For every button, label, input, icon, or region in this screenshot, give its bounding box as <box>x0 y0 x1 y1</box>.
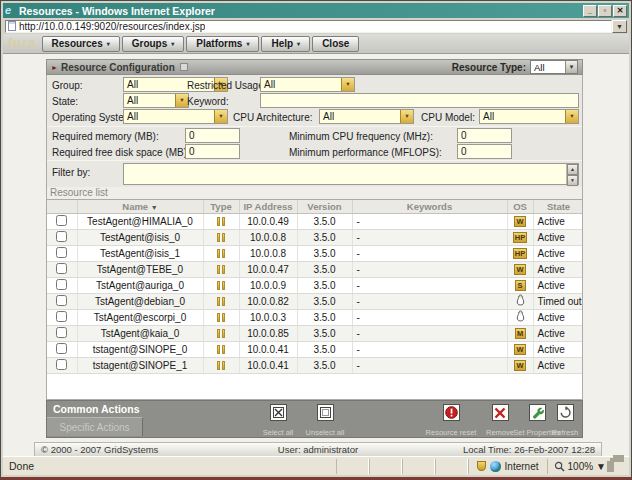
address-input[interactable]: http://10.0.0.149:9020/resources/index.j… <box>5 20 612 33</box>
resource-name: TstAgent@TEBE_0 <box>77 261 203 277</box>
required-memory-input[interactable] <box>185 128 240 143</box>
resource-state: Active <box>533 245 583 261</box>
agent-type-icon <box>216 248 226 259</box>
table-row[interactable]: tstagent@SINOPE_1 10.0.0.41 3.5.0 - W Ac… <box>47 357 583 373</box>
column-keywords[interactable]: Keywords <box>352 200 507 213</box>
state-label: State: <box>52 96 78 107</box>
row-checkbox[interactable] <box>56 295 67 306</box>
column-state[interactable]: State <box>533 200 583 213</box>
operating-system-value: All <box>127 111 138 122</box>
unselect-all-button[interactable]: Unselect all <box>299 404 351 439</box>
row-checkbox[interactable] <box>56 279 67 290</box>
filter-by-textarea[interactable]: ▲ ▼ <box>123 163 579 185</box>
cpu-model-select[interactable]: All ▼ <box>479 109 579 124</box>
scroll-down-icon[interactable]: ▼ <box>567 175 578 186</box>
agent-type-icon <box>216 360 226 371</box>
table-row[interactable]: tstagent@SINOPE_0 10.0.0.41 3.5.0 - W Ac… <box>47 341 583 357</box>
column-version[interactable]: Version <box>297 200 352 213</box>
row-checkbox[interactable] <box>56 327 67 338</box>
row-checkbox[interactable] <box>56 311 67 322</box>
menu-help[interactable]: Help ▾ <box>261 36 310 52</box>
security-zone-panel[interactable]: Internet <box>468 459 547 474</box>
min-cpu-frequency-input[interactable] <box>457 128 512 143</box>
min-performance-input[interactable] <box>457 144 512 159</box>
menu-resources[interactable]: Resources ▾ <box>42 36 120 52</box>
table-row[interactable]: TestAgent@isis_1 10.0.0.8 3.5.0 - HP Act… <box>47 245 583 261</box>
dropdown-arrow-icon[interactable]: ▼ <box>565 61 577 73</box>
restricted-usage-select[interactable]: All ▼ <box>260 77 355 92</box>
chevron-down-icon: ▾ <box>246 40 249 47</box>
resource-ip: 10.0.0.3 <box>239 309 297 325</box>
resize-grip[interactable] <box>614 462 627 475</box>
dropdown-arrow-icon[interactable]: ▼ <box>341 78 354 91</box>
row-checkbox[interactable] <box>56 343 67 354</box>
resource-keywords: - <box>352 293 507 309</box>
dropdown-arrow-icon[interactable]: ▼ <box>214 110 227 123</box>
row-checkbox[interactable] <box>56 263 67 274</box>
select-all-label: Select all <box>263 428 293 437</box>
menu-platforms[interactable]: Platforms ▾ <box>186 36 259 52</box>
filter-scrollbar[interactable]: ▲ ▼ <box>566 164 578 184</box>
resource-version: 3.5.0 <box>297 325 352 341</box>
keyword-input[interactable] <box>260 93 579 108</box>
address-bar: http://10.0.0.149:9020/resources/index.j… <box>3 19 629 33</box>
resource-ip: 10.0.0.85 <box>239 325 297 341</box>
table-row[interactable]: TstAgent@TEBE_0 10.0.0.47 3.5.0 - W Acti… <box>47 261 583 277</box>
address-dropdown-button[interactable]: ▼ <box>612 20 627 33</box>
resource-ip: 10.0.0.47 <box>239 261 297 277</box>
resource-name: TestAgent@isis_0 <box>77 229 203 245</box>
table-row[interactable]: TstAgent@kaia_0 10.0.0.85 3.5.0 - M Acti… <box>47 325 583 341</box>
agent-type-icon <box>216 280 226 291</box>
dropdown-arrow-icon[interactable]: ▼ <box>565 110 578 123</box>
state-select[interactable]: All ▼ <box>123 93 189 108</box>
maximize-button[interactable]: ▫ <box>598 5 612 17</box>
column-type[interactable]: Type <box>203 200 239 213</box>
info-icon[interactable] <box>180 63 188 71</box>
specific-actions-tab[interactable]: Specific Actions <box>47 417 143 436</box>
chevron-down-icon[interactable]: ▼ <box>596 461 606 472</box>
local-time-text: Local Time: 26-Feb-2007 12:28 <box>414 444 601 455</box>
minimize-button[interactable]: _ <box>583 5 597 17</box>
resource-ip: 10.0.0.9 <box>239 277 297 293</box>
cpu-architecture-label: CPU Architecture: <box>233 112 312 123</box>
menu-groups[interactable]: Groups ▾ <box>122 36 185 52</box>
table-row[interactable]: TestAgent@isis_0 10.0.0.8 3.5.0 - HP Act… <box>47 229 583 245</box>
select-all-button[interactable]: Select all <box>252 404 304 439</box>
row-checkbox[interactable] <box>56 215 67 226</box>
resource-name: TstAgent@debian_0 <box>77 293 203 309</box>
table-header-row: Name ▼ Type IP Address Version Keywords … <box>47 200 583 213</box>
agent-type-icon <box>216 296 226 307</box>
table-row[interactable]: TestAgent@HIMALIA_0 10.0.0.49 3.5.0 - W … <box>47 213 583 229</box>
row-checkbox[interactable] <box>56 247 67 258</box>
table-row[interactable]: TstAgent@debian_0 10.0.0.82 3.5.0 - Time… <box>47 293 583 309</box>
row-checkbox[interactable] <box>56 231 67 242</box>
scroll-up-icon[interactable]: ▲ <box>567 164 578 175</box>
menu-close[interactable]: Close <box>312 36 359 52</box>
column-ip[interactable]: IP Address <box>239 200 297 213</box>
resource-reset-button[interactable]: Resource reset <box>425 404 477 439</box>
resource-name: TstAgent@kaia_0 <box>77 325 203 341</box>
resource-version: 3.5.0 <box>297 309 352 325</box>
remove-label: Remove <box>486 428 514 437</box>
row-checkbox[interactable] <box>56 359 67 370</box>
hpux-os-icon: HP <box>513 248 527 259</box>
resource-ip: 10.0.0.49 <box>239 213 297 229</box>
operating-system-select[interactable]: All ▼ <box>123 109 228 124</box>
menu-close-label: Close <box>322 38 349 49</box>
status-panel <box>402 459 435 474</box>
solaris-os-icon: S <box>515 280 526 291</box>
column-name[interactable]: Name ▼ <box>77 200 203 213</box>
column-os[interactable]: OS <box>507 200 533 213</box>
zoom-level: 100% <box>568 461 594 472</box>
required-disk-input[interactable] <box>185 144 240 159</box>
close-window-button[interactable]: ✕ <box>613 5 627 17</box>
refresh-button[interactable]: Refresh <box>545 404 585 439</box>
cpu-architecture-select[interactable]: All ▼ <box>319 109 414 124</box>
table-row[interactable]: TstAgent@escorpi_0 10.0.0.3 3.5.0 - Acti… <box>47 309 583 325</box>
table-row[interactable]: TstAgent@auriga_0 10.0.0.9 3.5.0 - S Act… <box>47 277 583 293</box>
resource-keywords: - <box>352 245 507 261</box>
resource-type-select[interactable]: All ▼ <box>530 60 578 74</box>
dropdown-arrow-icon[interactable]: ▼ <box>400 110 413 123</box>
status-bar: Done Internet 100% ▼ <box>3 456 629 475</box>
zoom-control[interactable]: 100% ▼ <box>547 459 612 474</box>
